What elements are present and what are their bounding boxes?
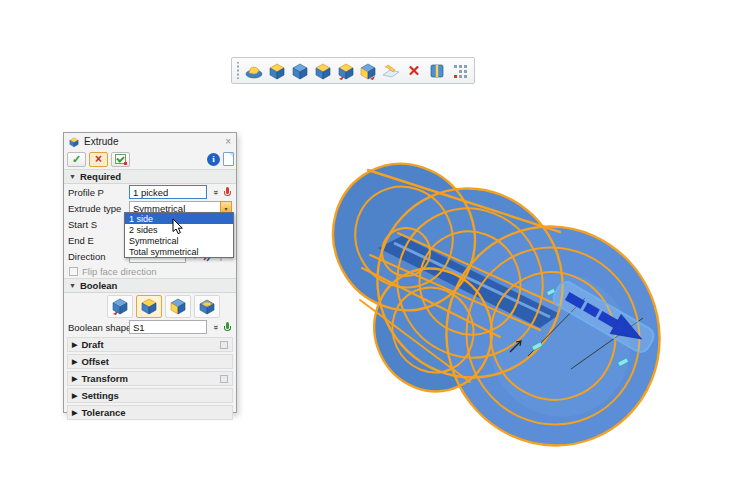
profile-input[interactable]: 1 picked <box>129 185 207 199</box>
delete-icon[interactable]: ✕ <box>404 60 425 82</box>
mouse-cursor-icon <box>172 219 184 236</box>
info-icon[interactable]: i <box>207 153 220 166</box>
boolean-add-button[interactable] <box>136 295 162 318</box>
boolean-shape-row: Boolean shape S1 » <box>64 319 236 335</box>
boolean-intersect-button[interactable] <box>194 295 220 318</box>
section-closed-arrow: ▶ <box>72 409 77 417</box>
ok-button[interactable]: ✓ <box>67 152 86 167</box>
delete-x-glyph: ✕ <box>408 63 421 78</box>
toolbar-drag-handle[interactable] <box>236 62 240 79</box>
section-open-arrow: ▼ <box>69 173 76 180</box>
expand-chevrons-icon[interactable]: » <box>211 187 220 197</box>
box-add-icon[interactable] <box>267 60 288 82</box>
pattern-icon[interactable] <box>449 60 470 82</box>
divide-icon[interactable] <box>426 60 447 82</box>
boolean-remove-button[interactable] <box>165 295 191 318</box>
box-subtract-icon[interactable] <box>358 60 379 82</box>
pick-shape-icon[interactable] <box>223 321 232 334</box>
profile-row: Profile P 1 picked » <box>64 184 236 200</box>
extruded-model <box>330 148 680 460</box>
section-boolean[interactable]: ▼ Boolean <box>64 278 236 293</box>
boolean-shape-label: Boolean shape <box>68 322 126 333</box>
box-top-icon[interactable] <box>312 60 333 82</box>
expand-chevrons-icon[interactable]: » <box>211 322 220 332</box>
flip-face-row: Flip face direction <box>64 264 236 278</box>
cancel-button[interactable]: × <box>89 152 108 167</box>
start-label: Start S <box>68 219 126 230</box>
section-open-arrow: ▼ <box>69 282 76 289</box>
extrude-type-label: Extrude type <box>68 203 126 214</box>
note-page-icon[interactable] <box>223 152 234 166</box>
section-closed-arrow: ▶ <box>72 341 77 349</box>
flip-face-checkbox[interactable] <box>69 267 78 276</box>
section-required[interactable]: ▼ Required <box>64 169 236 184</box>
section-closed-arrow: ▶ <box>72 358 77 366</box>
flip-face-label: Flip face direction <box>82 266 156 277</box>
feature-toolbar: ✕ <box>231 57 475 84</box>
section-settings-label: Settings <box>81 390 118 401</box>
dialog-button-row: ✓ × i <box>64 149 236 169</box>
extrude-dialog: Extrude × ✓ × i ▼ Required Profile P 1 p… <box>63 132 237 413</box>
dialog-title: Extrude <box>84 136 118 147</box>
section-settings[interactable]: ▶ Settings <box>67 388 233 403</box>
section-transform[interactable]: ▶ Transform <box>67 371 233 386</box>
extrude-dialog-icon <box>68 136 80 148</box>
profile-label: Profile P <box>68 187 126 198</box>
apply-icon <box>115 154 126 164</box>
section-draft-label: Draft <box>81 339 103 350</box>
dropdown-option-symmetrical[interactable]: Symmetrical <box>125 235 233 246</box>
section-offset[interactable]: ▶ Offset <box>67 354 233 369</box>
block-icon[interactable] <box>290 60 311 82</box>
boolean-mode-row <box>64 293 236 319</box>
boolean-shape-input[interactable]: S1 <box>129 320 207 334</box>
apply-button[interactable] <box>111 152 130 167</box>
box-remove-icon[interactable] <box>335 60 356 82</box>
transform-checkbox[interactable] <box>220 375 228 383</box>
section-tolerance[interactable]: ▶ Tolerance <box>67 405 233 420</box>
section-boolean-label: Boolean <box>80 280 117 291</box>
direction-label: Direction <box>68 251 126 262</box>
section-closed-arrow: ▶ <box>72 375 77 383</box>
section-draft[interactable]: ▶ Draft <box>67 337 233 352</box>
end-label: End E <box>68 235 126 246</box>
close-icon[interactable]: × <box>224 137 232 147</box>
pick-required-icon[interactable] <box>223 186 232 199</box>
viewport-3d[interactable] <box>330 148 680 460</box>
extrude-icon[interactable] <box>244 60 265 82</box>
boolean-base-button[interactable] <box>107 295 133 318</box>
section-transform-label: Transform <box>81 373 127 384</box>
section-offset-label: Offset <box>81 356 108 367</box>
dialog-titlebar[interactable]: Extrude × <box>64 133 236 149</box>
draft-checkbox[interactable] <box>220 341 228 349</box>
section-closed-arrow: ▶ <box>72 392 77 400</box>
sketch-icon[interactable] <box>381 60 402 82</box>
dropdown-option-total-symmetrical[interactable]: Total symmetrical <box>125 246 233 257</box>
section-required-label: Required <box>80 171 121 182</box>
section-tolerance-label: Tolerance <box>81 407 125 418</box>
